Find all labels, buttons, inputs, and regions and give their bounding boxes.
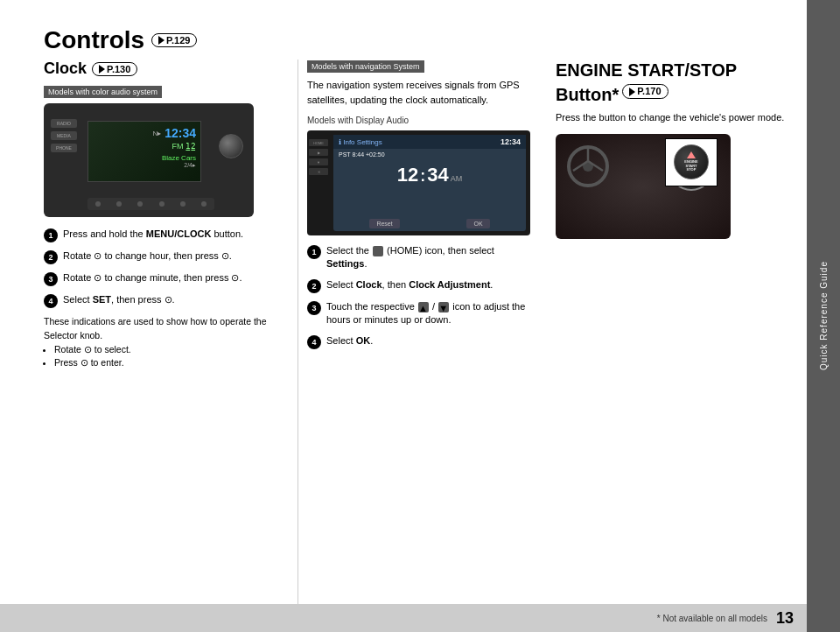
stereo-btn-media: MEDIA xyxy=(51,131,77,140)
page-container: Controls P.129 Clock P.130 Models with c… xyxy=(0,0,840,632)
step-num-3: 3 xyxy=(44,272,58,286)
engine-button-image: ENGINESTARTSTOP ENGINESTARTSTOP xyxy=(556,134,731,239)
clock-section-title: Clock P.130 xyxy=(44,60,284,78)
step-num-2: 2 xyxy=(44,250,58,264)
step-r-text-3: Touch the respective ▲ / ▼ icon to adjus… xyxy=(326,300,534,327)
steering-wheel-svg xyxy=(564,143,612,191)
display-audio-label: Models with Display Audio xyxy=(307,116,534,125)
da-minute: 34 xyxy=(427,164,448,186)
main-content: Controls P.129 Clock P.130 Models with c… xyxy=(0,0,807,632)
da-big-time-container: 12 : 34 AM xyxy=(339,164,521,186)
da-ok-btn[interactable]: OK xyxy=(466,219,489,228)
home-icon xyxy=(373,246,383,256)
da-ampm: AM xyxy=(451,174,463,183)
step-num-4: 4 xyxy=(44,294,58,308)
engine-btn-container: ENGINESTARTSTOP ENGINESTARTSTOP xyxy=(669,147,713,191)
title-text: Controls xyxy=(44,26,144,54)
da-pst-row: PST 8:44 +02:50 xyxy=(339,151,521,158)
arrow-icon-2 xyxy=(99,65,105,74)
callout-inner: ENGINESTARTSTOP xyxy=(674,144,709,179)
col-left: Clock P.130 Models with color audio syst… xyxy=(44,60,298,606)
da-reset-btn[interactable]: Reset xyxy=(369,219,399,228)
da-ctrl-4: ✕ xyxy=(309,168,328,175)
stereo-screen: N▸ 12:34 FM 1̲2̲ Blaze Cars 2/4▸ xyxy=(88,121,201,182)
stereo-indicator: N▸ xyxy=(152,130,161,137)
clock-ref: P.130 xyxy=(92,62,137,76)
nav-notice: The navigation system receives signals f… xyxy=(307,78,534,107)
da-ctrl-1: HOME xyxy=(309,139,328,146)
step-right-2: 2 Select Clock, then Clock Adjustment. xyxy=(307,278,534,293)
ctrl-dot-1 xyxy=(95,201,101,207)
page-number: 13 xyxy=(776,609,794,628)
step-r-num-2: 2 xyxy=(307,279,321,293)
page-footer: * Not available on all models 13 xyxy=(0,604,807,632)
step-r-text-1: Select the (HOME) icon, then select Sett… xyxy=(326,244,534,271)
da-ctrl-3: ▼ xyxy=(309,158,328,165)
step-r-text-2: Select Clock, then Clock Adjustment. xyxy=(326,278,493,291)
bullet-item-2: Press ⊙ to enter. xyxy=(54,356,284,370)
step-r-num-1: 1 xyxy=(307,245,321,259)
da-left-controls: HOME ▶ ▼ ✕ xyxy=(309,139,328,175)
da-ctrl-2: ▶ xyxy=(309,149,328,156)
step-left-1: 1 Press and hold the MENU/CLOCK button. xyxy=(44,228,284,242)
callout-box: ENGINESTARTSTOP xyxy=(665,138,718,186)
da-pst-value: PST 8:44 +02:50 xyxy=(339,151,385,158)
ctrl-dot-6 xyxy=(201,201,206,207)
da-buttons: Reset OK xyxy=(333,216,526,231)
arrow-icon xyxy=(158,36,164,45)
engine-title: ENGINE START/STOP Button* P.170 xyxy=(556,60,789,105)
ctrl-dot-3 xyxy=(137,201,143,207)
down-icon: ▼ xyxy=(438,302,449,312)
left-instruction-list: 1 Press and hold the MENU/CLOCK button. … xyxy=(44,228,284,308)
step-right-1: 1 Select the (HOME) icon, then select Se… xyxy=(307,244,534,271)
engine-desc: Press the button to change the vehicle's… xyxy=(556,110,789,125)
step-r-num-3: 3 xyxy=(307,301,321,315)
stereo-screen-inner: N▸ 12:34 FM 1̲2̲ Blaze Cars 2/4▸ xyxy=(88,122,200,181)
up-icon: ▲ xyxy=(418,302,429,312)
step-left-2: 2 Rotate ⊙ to change hour, then press ⊙. xyxy=(44,249,284,264)
stereo-time: 12:34 xyxy=(164,126,196,140)
da-separator: : xyxy=(420,167,425,186)
da-body: PST 8:44 +02:50 12 : 34 AM xyxy=(333,149,526,216)
additional-notes: These indications are used to show how t… xyxy=(44,315,284,343)
arrow-icon-3 xyxy=(629,88,635,96)
content-columns: Clock P.130 Models with color audio syst… xyxy=(44,60,789,606)
page-title: Controls P.129 xyxy=(44,26,789,54)
da-header: ℹ Info Settings 12:34 xyxy=(333,135,526,149)
title-ref: P.129 xyxy=(151,33,197,47)
right-instruction-list: 1 Select the (HOME) icon, then select Se… xyxy=(307,244,534,349)
engine-interior: ENGINESTARTSTOP ENGINESTARTSTOP xyxy=(556,134,731,239)
ctrl-dot-2 xyxy=(116,201,122,207)
col-middle: Models with navigation System The naviga… xyxy=(298,60,542,606)
callout-text: ENGINESTARTSTOP xyxy=(684,160,697,172)
step-right-4: 4 Select OK. xyxy=(307,334,534,349)
step-left-4: 4 Select SET, then press ⊙. xyxy=(44,293,284,308)
step-text-2: Rotate ⊙ to change hour, then press ⊙. xyxy=(63,249,232,263)
stereo-btn-phone: PHONE xyxy=(51,144,77,152)
color-audio-label: Models with color audio system xyxy=(44,86,162,98)
stereo-info: Blaze Cars xyxy=(162,154,196,162)
col-right: ENGINE START/STOP Button* P.170 Press th… xyxy=(542,60,789,606)
da-hour: 12 xyxy=(397,164,418,186)
sidebar-text: Quick Reference Guide xyxy=(819,262,829,371)
car-stereo-image: RADIO MEDIA PHONE N▸ 12:34 FM 1̲2̲ Blaze… xyxy=(44,103,254,217)
step-text-1: Press and hold the MENU/CLOCK button. xyxy=(63,228,243,241)
ctrl-dot-5 xyxy=(180,201,186,207)
stereo-controls-bottom xyxy=(88,198,214,210)
step-r-num-4: 4 xyxy=(307,335,321,349)
right-sidebar: Quick Reference Guide xyxy=(807,0,840,632)
step-r-text-4: Select OK. xyxy=(326,334,373,348)
stereo-btn-radio: RADIO xyxy=(51,119,77,128)
display-audio-image: HOME ▶ ▼ ✕ ℹ Info Settings 12:34 PST 8:4… xyxy=(307,130,530,235)
stereo-knob xyxy=(219,134,243,158)
engine-ref: P.170 xyxy=(622,84,668,99)
stereo-buttons-left: RADIO MEDIA PHONE xyxy=(51,119,77,152)
da-screen: ℹ Info Settings 12:34 PST 8:44 +02:50 12… xyxy=(333,135,526,231)
da-header-text: ℹ Info Settings xyxy=(339,138,382,146)
ctrl-dot-4 xyxy=(159,201,164,207)
bullet-list: Rotate ⊙ to select. Press ⊙ to enter. xyxy=(54,343,284,371)
stereo-freq: FM 1̲2̲ xyxy=(172,142,197,151)
step-right-3: 3 Touch the respective ▲ / ▼ icon to adj… xyxy=(307,300,534,327)
callout-icon xyxy=(687,151,696,158)
bullet-item-1: Rotate ⊙ to select. xyxy=(54,343,284,357)
